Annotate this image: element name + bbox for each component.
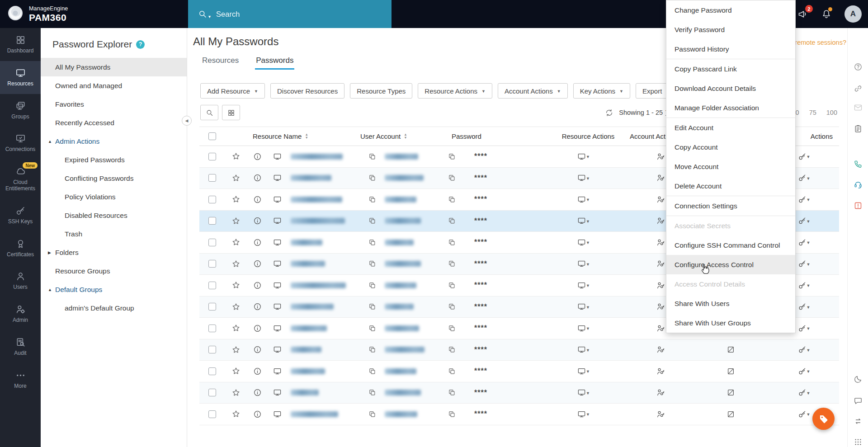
mail-icon[interactable] [854, 103, 863, 112]
row-checkbox[interactable] [208, 239, 216, 246]
copy-resource-icon[interactable] [359, 346, 385, 353]
row-checkbox[interactable] [208, 217, 216, 225]
sidebar-item-users[interactable]: Users [0, 264, 41, 297]
menu-item-edit-account[interactable]: Edit Account [666, 118, 795, 137]
copy-resource-icon[interactable] [359, 174, 385, 182]
copy-resource-icon[interactable] [359, 325, 385, 332]
tasks-icon[interactable] [854, 124, 863, 133]
copy-password-icon[interactable] [439, 260, 464, 268]
resource-actions-button[interactable]: ▼ [538, 152, 629, 161]
resource-actions-button[interactable]: ▼ [538, 367, 629, 376]
copy-password-icon[interactable] [439, 325, 464, 332]
refresh-icon[interactable] [605, 108, 613, 117]
explorer-item-favorites[interactable]: Favorites [41, 95, 187, 113]
apps-icon[interactable] [854, 438, 863, 447]
row-checkbox[interactable] [208, 410, 216, 418]
copy-password-icon[interactable] [439, 239, 464, 246]
sidebar-item-certificates[interactable]: Certificates [0, 232, 41, 265]
resource-actions-button[interactable]: ▼ [538, 195, 629, 204]
resource-actions-button[interactable]: ▼ [538, 238, 629, 247]
copy-password-icon[interactable] [439, 217, 464, 225]
info-icon[interactable] [247, 238, 267, 247]
info-icon[interactable] [247, 281, 267, 290]
row-checkbox[interactable] [208, 303, 216, 311]
copy-password-icon[interactable] [439, 174, 464, 182]
tab-resources[interactable]: Resources [201, 53, 240, 70]
row-checkbox[interactable] [208, 325, 216, 332]
sidebar-item-more[interactable]: More [0, 363, 41, 396]
key-actions-button[interactable]: ▼ [769, 345, 839, 354]
resource-actions-button[interactable]: ▼ [538, 410, 629, 419]
resource-actions-button[interactable]: Resource Actions▼ [418, 83, 492, 99]
menu-item-configure-ssh-command-control[interactable]: Configure SSH Command Control [666, 235, 795, 255]
resource-actions-button[interactable]: ▼ [538, 216, 629, 225]
sidebar-item-dashboard[interactable]: Dashboard [0, 28, 41, 61]
copy-resource-icon[interactable] [359, 367, 385, 375]
chat-icon[interactable] [854, 396, 863, 405]
copy-password-icon[interactable] [439, 303, 464, 311]
row-checkbox[interactable] [208, 346, 216, 353]
copy-password-icon[interactable] [439, 346, 464, 353]
favorite-star-icon[interactable] [225, 216, 247, 226]
favorite-star-icon[interactable] [225, 409, 247, 419]
menu-item-move-account[interactable]: Move Account [666, 157, 795, 176]
copy-resource-icon[interactable] [359, 389, 385, 396]
copy-password-icon[interactable] [439, 389, 464, 396]
explorer-item-trash[interactable]: Trash [41, 225, 187, 243]
info-icon[interactable] [247, 388, 267, 397]
favorite-star-icon[interactable] [225, 195, 247, 204]
row-checkbox[interactable] [208, 260, 216, 268]
menu-item-share-with-users[interactable]: Share With Users [666, 294, 795, 313]
copy-resource-icon[interactable] [359, 196, 385, 203]
menu-item-copy-account[interactable]: Copy Account [666, 137, 795, 157]
menu-item-copy-passcard-link[interactable]: Copy Passcard Link [666, 59, 795, 79]
favorite-star-icon[interactable] [225, 259, 247, 268]
sidebar-item-ssh-keys[interactable]: SSH Keys [0, 199, 41, 232]
menu-item-password-history[interactable]: Password History [666, 39, 795, 59]
info-icon[interactable] [247, 216, 267, 225]
help-icon[interactable] [854, 62, 863, 71]
user-avatar[interactable]: A [844, 5, 862, 23]
info-icon[interactable] [247, 174, 267, 182]
menu-item-configure-access-control[interactable]: Configure Access Control [666, 255, 795, 274]
copy-password-icon[interactable] [439, 410, 464, 418]
resource-actions-button[interactable]: ▼ [538, 302, 629, 311]
account-actions-button[interactable] [629, 388, 692, 397]
favorite-star-icon[interactable] [225, 238, 247, 247]
explorer-item-admin-actions[interactable]: ▲Admin Actions [41, 132, 187, 151]
copy-password-icon[interactable] [439, 367, 464, 375]
menu-item-manage-folder-association[interactable]: Manage Folder Association [666, 98, 795, 118]
page-size-75[interactable]: 75 [809, 109, 816, 116]
copy-resource-icon[interactable] [359, 410, 385, 418]
headset-icon[interactable] [854, 180, 863, 189]
resource-actions-button[interactable]: ▼ [538, 345, 629, 354]
add-resource-button[interactable]: Add Resource▼ [200, 83, 265, 99]
copy-resource-icon[interactable] [359, 260, 385, 268]
resource-actions-button[interactable]: ▼ [538, 388, 629, 397]
row-checkbox[interactable] [208, 174, 216, 182]
favorite-star-icon[interactable] [225, 174, 247, 183]
row-checkbox[interactable] [208, 153, 216, 160]
copy-resource-icon[interactable] [359, 217, 385, 225]
copy-resource-icon[interactable] [359, 153, 385, 160]
row-checkbox[interactable] [208, 282, 216, 289]
resource-types-button[interactable]: Resource Types [350, 83, 412, 99]
notifications-bell-icon[interactable] [821, 9, 832, 19]
explorer-item-recently-accessed[interactable]: Recently Accessed [41, 113, 187, 132]
menu-item-change-password[interactable]: Change Password [666, 0, 795, 20]
explorer-item-admin-s-default-group[interactable]: admin's Default Group [41, 299, 187, 317]
key-actions-button[interactable]: ▼ [769, 388, 839, 397]
account-actions-button[interactable] [629, 410, 692, 419]
support-fab[interactable] [812, 408, 835, 430]
page-size-100[interactable]: 100 [826, 109, 837, 116]
row-checkbox[interactable] [208, 196, 216, 203]
menu-item-delete-account[interactable]: Delete Account [666, 176, 795, 196]
info-icon[interactable] [247, 345, 267, 354]
info-icon[interactable] [247, 302, 267, 311]
sync-icon[interactable] [854, 417, 863, 426]
favorite-star-icon[interactable] [225, 152, 247, 161]
menu-item-share-with-user-groups[interactable]: Share With User Groups [666, 313, 795, 333]
copy-resource-icon[interactable] [359, 303, 385, 311]
explorer-item-resource-groups[interactable]: Resource Groups [41, 262, 187, 280]
resource-actions-button[interactable]: ▼ [538, 259, 629, 268]
